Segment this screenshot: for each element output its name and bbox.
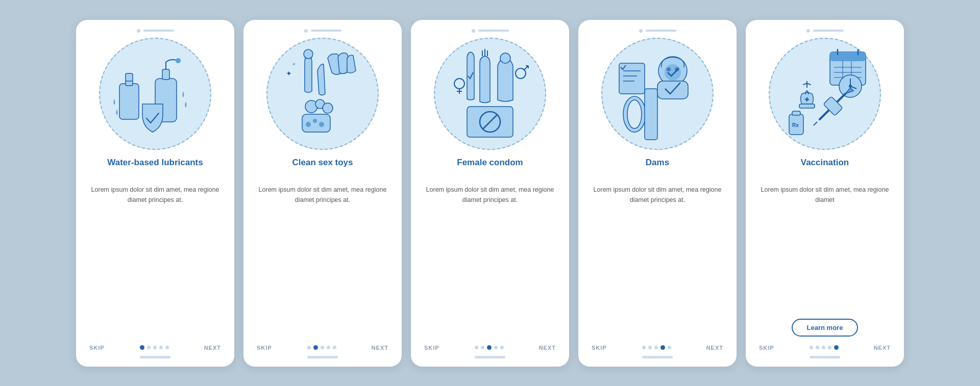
illustration-vaccination: Rx bbox=[769, 38, 881, 150]
nav-dot bbox=[165, 346, 169, 349]
svg-point-20 bbox=[500, 53, 510, 63]
illustration-dams bbox=[601, 38, 714, 150]
svg-rect-54 bbox=[799, 104, 815, 108]
nav-dot-active bbox=[313, 345, 318, 350]
topbar-dot bbox=[137, 29, 140, 33]
illustration-lubricants bbox=[99, 38, 211, 150]
nav-dot bbox=[481, 346, 484, 349]
learn-more-button[interactable]: Learn more bbox=[792, 319, 859, 337]
topbar-dot bbox=[806, 29, 810, 33]
card-handle-5 bbox=[810, 356, 840, 358]
svg-point-31 bbox=[665, 64, 681, 81]
nav-dot bbox=[159, 346, 163, 349]
nav-dots-3 bbox=[475, 345, 504, 350]
svg-rect-1 bbox=[126, 73, 133, 86]
nav-dot-active bbox=[660, 345, 665, 350]
card-vaccination: Rx Vaccination Lorem ipsum dolor sit dim… bbox=[746, 20, 904, 367]
topbar-line bbox=[813, 30, 844, 32]
lubricants-icon bbox=[104, 43, 206, 145]
skip-label-4[interactable]: SKIP bbox=[592, 345, 607, 351]
card-title-dams: Dams bbox=[646, 157, 669, 178]
topbar-dot bbox=[304, 29, 308, 33]
topbar-line bbox=[646, 30, 676, 32]
dams-icon bbox=[606, 43, 708, 145]
skip-label-5[interactable]: SKIP bbox=[759, 345, 774, 351]
svg-text:✦: ✦ bbox=[286, 69, 292, 78]
nav-dot bbox=[500, 346, 504, 349]
svg-point-9 bbox=[304, 49, 313, 59]
svg-point-14 bbox=[306, 122, 311, 127]
next-label-1[interactable]: NEXT bbox=[204, 345, 221, 351]
cards-container: Water-based lubricants Lorem ipsum dolor… bbox=[56, 5, 924, 382]
nav-dot bbox=[475, 346, 478, 349]
nav-dot bbox=[668, 346, 671, 349]
svg-line-22 bbox=[524, 66, 528, 70]
vaccination-icon: Rx bbox=[774, 43, 876, 145]
next-label-4[interactable]: NEXT bbox=[706, 345, 723, 351]
svg-point-5 bbox=[176, 58, 181, 63]
nav-dot bbox=[494, 346, 498, 349]
svg-point-34 bbox=[627, 100, 642, 128]
card-dams: Dams Lorem ipsum dolor sit dim amet, mea… bbox=[578, 20, 737, 367]
card-body-condom: Lorem ipsum dolor sit dim amet, mea regi… bbox=[420, 185, 560, 340]
topbar-line bbox=[478, 30, 509, 32]
next-label-3[interactable]: NEXT bbox=[539, 345, 556, 351]
card-bottom-toys: SKIP NEXT bbox=[253, 345, 393, 351]
nav-dot bbox=[307, 346, 311, 349]
card-handle-1 bbox=[140, 356, 170, 358]
nav-dot bbox=[828, 346, 831, 349]
nav-dot bbox=[153, 346, 157, 349]
nav-dot bbox=[147, 346, 151, 349]
card-bottom-lubricants: SKIP NEXT bbox=[85, 345, 225, 351]
card-topbar bbox=[85, 29, 225, 33]
card-condom: Female condom Lorem ipsum dolor sit dim … bbox=[411, 20, 569, 367]
nav-dot bbox=[654, 346, 658, 349]
nav-dot bbox=[648, 346, 652, 349]
nav-dots-4 bbox=[642, 345, 671, 350]
card-title-vaccination: Vaccination bbox=[801, 157, 849, 178]
svg-text:Rx: Rx bbox=[792, 122, 799, 128]
svg-rect-36 bbox=[619, 63, 645, 94]
nav-dot bbox=[822, 346, 825, 349]
svg-rect-4 bbox=[162, 69, 169, 80]
svg-point-13 bbox=[323, 103, 333, 113]
svg-rect-60 bbox=[792, 111, 800, 115]
illustration-condom bbox=[434, 38, 546, 150]
nav-dot bbox=[642, 346, 646, 349]
nav-dot-active bbox=[487, 345, 492, 350]
toys-icon: ✦ ✦ ✦ bbox=[272, 43, 374, 145]
nav-dot bbox=[333, 346, 336, 349]
nav-dot-active bbox=[140, 345, 144, 350]
topbar-dot bbox=[472, 29, 475, 33]
card-title-condom: Female condom bbox=[457, 157, 523, 178]
nav-dots-1 bbox=[140, 345, 169, 350]
card-title-lubricants: Water-based lubricants bbox=[107, 157, 203, 178]
nav-dot bbox=[321, 346, 324, 349]
illustration-toys: ✦ ✦ ✦ bbox=[266, 38, 379, 150]
card-topbar bbox=[253, 29, 393, 33]
card-title-toys: Clean sex toys bbox=[292, 157, 353, 178]
svg-point-16 bbox=[319, 122, 324, 127]
nav-dots-2 bbox=[307, 345, 336, 350]
next-label-2[interactable]: NEXT bbox=[372, 345, 388, 351]
card-handle-2 bbox=[307, 356, 338, 358]
card-handle-4 bbox=[642, 356, 673, 358]
card-handle-3 bbox=[475, 356, 505, 358]
skip-label-3[interactable]: SKIP bbox=[424, 345, 439, 351]
card-bottom-dams: SKIP NEXT bbox=[587, 345, 727, 351]
nav-dot bbox=[810, 346, 813, 349]
nav-dot-active bbox=[834, 345, 839, 350]
skip-label-1[interactable]: SKIP bbox=[89, 345, 105, 351]
card-bottom-condom: SKIP NEXT bbox=[420, 345, 560, 351]
nav-dot bbox=[816, 346, 819, 349]
card-toys: ✦ ✦ ✦ bbox=[243, 20, 402, 367]
svg-rect-0 bbox=[119, 84, 139, 119]
topbar-line bbox=[311, 30, 341, 32]
card-lubricants: Water-based lubricants Lorem ipsum dolor… bbox=[76, 20, 234, 367]
skip-label-2[interactable]: SKIP bbox=[257, 345, 272, 351]
nav-dot bbox=[327, 346, 330, 349]
card-body-vaccination: Lorem ipsum dolor sit dim amet, mea regi… bbox=[755, 185, 895, 314]
next-label-5[interactable]: NEXT bbox=[874, 345, 891, 351]
svg-rect-41 bbox=[830, 52, 866, 61]
card-topbar bbox=[587, 29, 727, 33]
